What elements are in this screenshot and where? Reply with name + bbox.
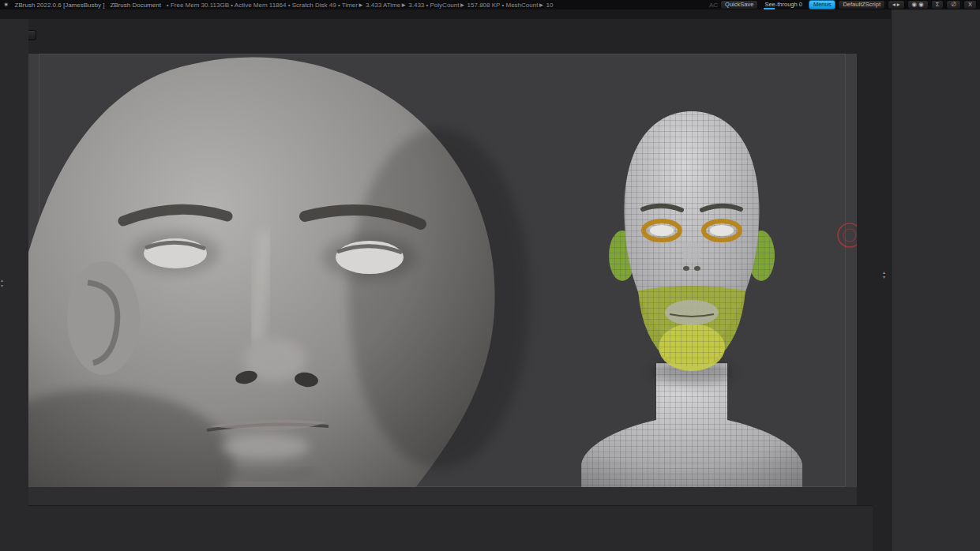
viewport-canvas[interactable] [28,54,857,505]
sigma-button[interactable]: Σ [931,0,944,9]
titlebar: ✴ ZBrush 2022.0.6 [JamesBusby ] ZBrush D… [0,0,980,9]
zbrush-window: ✴ ZBrush 2022.0.6 [JamesBusby ] ZBrush D… [0,0,980,551]
ac-label: AC [709,2,718,9]
canvas-scroll-arrows[interactable]: ▴▾ [1,278,3,288]
zbrush-logo-icon: ✴ [3,1,9,9]
menubar [0,9,892,19]
spin-icons[interactable]: ◉ ◉ [907,0,929,9]
tool-panel [891,9,980,551]
quicksave-button[interactable]: QuickSave [720,0,758,9]
doc-title: ZBrush Document [110,2,160,9]
material-scroll-arrows[interactable]: ▴▾ [883,270,885,279]
default-zscript-button[interactable]: DefaultZScript [838,0,885,9]
circle-slash-button[interactable]: ∅ [946,0,961,9]
app-title: ZBrush 2022.0.6 [JamesBusby ] [15,2,105,9]
document-view [28,54,857,505]
menus-toggle[interactable]: Menus [809,0,836,9]
left-shelf: ▴▾ [0,19,28,551]
memory-stats: • Free Mem 30.113GB • Active Mem 11864 •… [167,2,554,9]
close-button[interactable]: X [963,0,977,9]
top-shelf [38,21,867,54]
history-arrows-icon[interactable]: ◂ ▸ [888,0,905,9]
bottom-shelf [28,505,873,551]
titlebar-controls: AC QuickSave See-through 0 Menus Default… [709,0,977,9]
see-through-slider[interactable]: See-through 0 [760,1,806,9]
